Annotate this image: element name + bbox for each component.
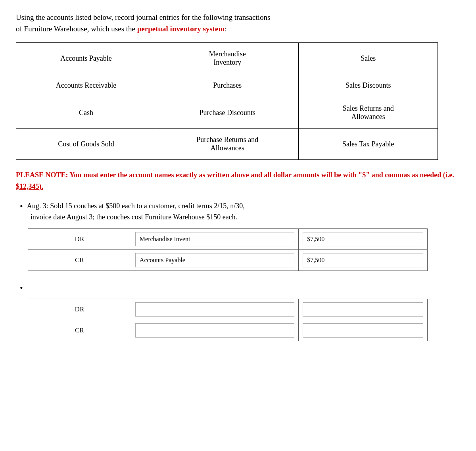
table-row: Cash Purchase Discounts Sales Returns an…: [16, 97, 438, 129]
dr-label-1: DR: [28, 229, 131, 250]
note-paragraph: PLEASE NOTE: You must enter the account …: [16, 169, 460, 192]
bullet-1: •: [20, 200, 23, 213]
cell-purchases: Purchases: [156, 74, 299, 97]
cell-accounts-payable: Accounts Payable: [16, 43, 156, 74]
account-input-cr-1[interactable]: [135, 253, 294, 267]
cell-cogs: Cost of Goods Sold: [16, 129, 156, 160]
cell-purchase-returns: Purchase Returns andAllowances: [156, 129, 299, 160]
transaction-1: • Aug. 3: Sold 15 couches at $500 each t…: [16, 200, 460, 271]
transaction-1-text: Aug. 3: Sold 15 couches at $500 each to …: [27, 200, 245, 223]
cell-accounts-receivable: Accounts Receivable: [16, 74, 156, 97]
journal-table-2: DR CR: [28, 299, 428, 341]
journal-row-cr-1: CR: [28, 250, 428, 271]
cell-sales-returns: Sales Returns andAllowances: [299, 97, 438, 129]
cr-label-2: CR: [28, 320, 131, 341]
amount-input-dr-1[interactable]: [303, 232, 423, 246]
amount-input-cr-2[interactable]: [303, 323, 423, 338]
cell-merchandise-inventory: MerchandiseInventory: [156, 43, 299, 74]
note-label: PLEASE NOTE:: [16, 171, 68, 179]
account-input-dr-2[interactable]: [135, 302, 294, 317]
journal-row-cr-2: CR: [28, 320, 428, 341]
cr-label-1: CR: [28, 250, 131, 271]
amount-input-dr-2[interactable]: [303, 302, 423, 317]
note-body: You must enter the account names exactly…: [16, 171, 454, 190]
cell-sales-tax-payable: Sales Tax Payable: [299, 129, 438, 160]
amount-input-cr-1[interactable]: [303, 253, 423, 267]
cell-sales-discounts: Sales Discounts: [299, 74, 438, 97]
account-input-cell-dr-1[interactable]: [131, 229, 298, 250]
transaction-2: • DR CR: [16, 283, 460, 341]
highlight-text: perpetual inventory system: [137, 25, 225, 33]
table-row: Cost of Goods Sold Purchase Returns andA…: [16, 129, 438, 160]
account-input-cell-dr-2[interactable]: [131, 299, 298, 320]
journal-row-dr-1: DR: [28, 229, 428, 250]
journal-row-dr-2: DR: [28, 299, 428, 320]
transaction-1-desc: • Aug. 3: Sold 15 couches at $500 each t…: [20, 200, 460, 223]
intro-line2: of Furniture Warehouse, which uses the: [16, 25, 137, 33]
amount-input-cell-dr-2[interactable]: [299, 299, 428, 320]
cell-sales: Sales: [299, 43, 438, 74]
cell-purchase-discounts: Purchase Discounts: [156, 97, 299, 129]
table-row: Accounts Receivable Purchases Sales Disc…: [16, 74, 438, 97]
journal-table-1: DR CR: [28, 228, 428, 271]
account-input-dr-1[interactable]: [135, 232, 294, 246]
cell-cash: Cash: [16, 97, 156, 129]
account-input-cell-cr-2[interactable]: [131, 320, 298, 341]
intro-line2end: :: [225, 25, 226, 33]
table-row: Accounts Payable MerchandiseInventory Sa…: [16, 43, 438, 74]
dr-label-2: DR: [28, 299, 131, 320]
bullet-2: •: [20, 283, 460, 293]
account-input-cell-cr-1[interactable]: [131, 250, 298, 271]
intro-paragraph: Using the accounts listed below, record …: [16, 12, 460, 35]
amount-input-cell-cr-1[interactable]: [299, 250, 428, 271]
account-input-cr-2[interactable]: [135, 323, 294, 338]
intro-line1: Using the accounts listed below, record …: [16, 13, 270, 21]
amount-input-cell-dr-1[interactable]: [299, 229, 428, 250]
amount-input-cell-cr-2[interactable]: [299, 320, 428, 341]
accounts-table: Accounts Payable MerchandiseInventory Sa…: [16, 42, 438, 160]
